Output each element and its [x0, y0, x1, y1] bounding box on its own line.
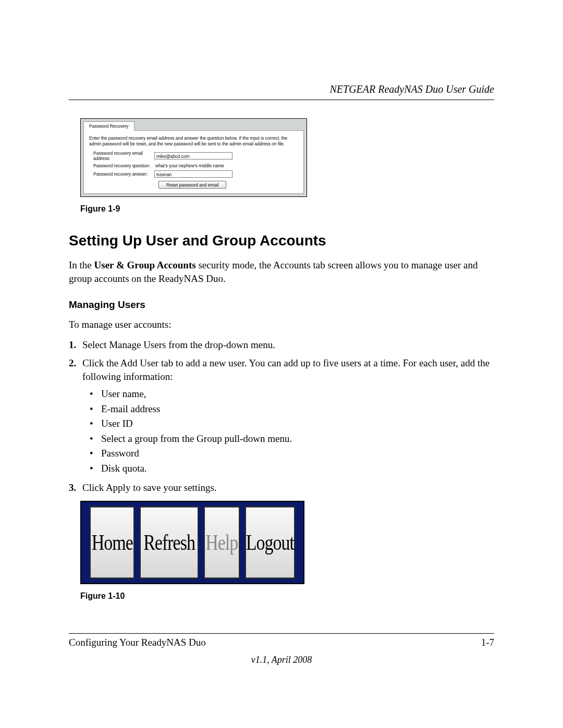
- subsection-heading: Managing Users: [69, 299, 494, 311]
- answer-label: Password recovery answer:: [89, 171, 154, 177]
- intro-pre: In the: [69, 260, 94, 270]
- footer-version: v1.1, April 2008: [69, 655, 494, 665]
- question-label: Password recovery question:: [89, 163, 154, 168]
- step-2-num: 2.: [69, 356, 82, 477]
- bullet-username: User name,: [90, 387, 494, 401]
- step-2: 2. Click the Add User tab to add a new u…: [69, 356, 494, 477]
- step-1-num: 1.: [69, 338, 82, 352]
- bullet-group-post: pull-down menu.: [222, 433, 292, 444]
- help-button[interactable]: Help: [204, 506, 240, 579]
- steps-list: 1. Select Manage Users from the drop-dow…: [69, 338, 494, 495]
- step-3-pre: Click: [82, 482, 106, 493]
- step-2-pre: Click the: [82, 357, 120, 368]
- step-1: 1. Select Manage Users from the drop-dow…: [69, 338, 494, 352]
- email-input[interactable]: mike@abcd.com: [154, 152, 232, 159]
- question-value: what's your nephew's middle name: [154, 163, 224, 168]
- step-3-num: 3.: [69, 481, 82, 495]
- header-rule: [69, 100, 494, 100]
- figure-1-9-dialog: Password Recovery Enter the password rec…: [80, 118, 307, 197]
- bullet-group-pre: Select a group from the: [101, 433, 197, 444]
- step-3-bold: Apply: [106, 482, 131, 493]
- step-1-pre: Select: [82, 339, 109, 350]
- footer-page-number: 1-7: [481, 637, 494, 648]
- section-heading: Setting Up User and Group Accounts: [69, 232, 494, 249]
- answer-input[interactable]: Keenan: [154, 170, 232, 178]
- bullet-quota: Disk quota.: [90, 462, 494, 476]
- step-3: 3. Click Apply to save your settings.: [69, 481, 494, 495]
- step-1-bold: Manage Users: [109, 339, 166, 350]
- section-intro: In the User & Group Accounts security mo…: [69, 258, 494, 285]
- step-2-bold: Add User: [120, 357, 158, 368]
- bullet-group-bold: Group: [197, 433, 222, 444]
- footer-rule: [69, 633, 494, 634]
- bullet-email: E-mail address: [90, 402, 494, 416]
- bullet-group: Select a group from the Group pull-down …: [90, 432, 494, 446]
- bullet-userid: User ID: [90, 417, 494, 431]
- doc-header-title: NETGEAR ReadyNAS Duo User Guide: [69, 83, 494, 95]
- figure-1-10-toolbar: Home Refresh Help Logout: [80, 501, 304, 584]
- step-2-bullets: User name, E-mail address User ID Select…: [90, 387, 494, 476]
- bullet-password: Password: [90, 447, 494, 461]
- lead-text: To manage user accounts:: [69, 318, 494, 331]
- footer-section-name: Configuring Your ReadyNAS Duo: [69, 637, 206, 648]
- step-1-post: from the drop-down menu.: [166, 339, 275, 350]
- page-footer: Configuring Your ReadyNAS Duo 1-7 v1.1, …: [69, 633, 494, 665]
- intro-bold: User & Group Accounts: [94, 260, 196, 270]
- email-label: Password recovery email address:: [89, 151, 154, 161]
- figure-1-10-caption: Figure 1-10: [80, 591, 494, 601]
- logout-button[interactable]: Logout: [245, 506, 295, 579]
- home-button[interactable]: Home: [90, 506, 134, 579]
- refresh-button[interactable]: Refresh: [140, 506, 198, 579]
- password-recovery-panel: Enter the password recovery email addres…: [83, 130, 304, 194]
- password-recovery-tab[interactable]: Password Recovery: [83, 121, 134, 131]
- recovery-instructions: Enter the password recovery email addres…: [89, 135, 298, 146]
- step-3-post: to save your settings.: [130, 482, 216, 493]
- reset-password-button[interactable]: Reset password and email: [158, 181, 226, 189]
- figure-1-9-caption: Figure 1-9: [80, 204, 494, 214]
